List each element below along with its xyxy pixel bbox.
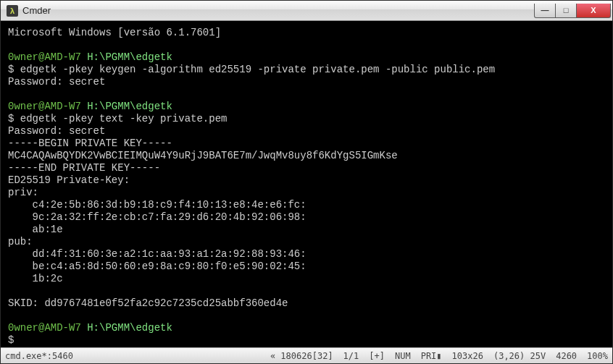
terminal-output[interactable]: Microsoft Windows [versão 6.1.7601] 0wne… — [1, 21, 612, 347]
status-seg: 4260 — [556, 351, 577, 361]
close-button[interactable]: X — [576, 4, 611, 18]
out-line: Password: secret — [8, 125, 105, 137]
maximize-button[interactable]: □ — [555, 4, 577, 18]
window-title: Cmder — [22, 5, 534, 16]
out-line: ED25519 Private-Key: — [8, 174, 130, 186]
out-line — [8, 88, 14, 100]
status-seg: PRI▮ — [421, 351, 442, 361]
prompt-path: H:\PGMM\edgetk — [87, 51, 172, 63]
out-line: -----BEGIN PRIVATE KEY----- — [8, 137, 172, 149]
out-line — [8, 310, 14, 321]
status-numlock: NUM — [395, 351, 411, 361]
out-line: Microsoft Windows [versão 6.1.7601] — [8, 27, 221, 38]
prompt-path: H:\PGMM\edgetk — [87, 101, 172, 112]
out-line: -----END PRIVATE KEY----- — [8, 162, 160, 174]
command-line: $ edgetk -pkey keygen -algorithm ed25519… — [8, 64, 495, 75]
prompt-user: 0wner@AMD-W7 — [8, 322, 87, 334]
status-zoom: 100% — [587, 351, 608, 361]
out-line: 1b:2c — [8, 273, 63, 284]
status-seg: 1/1 — [343, 351, 359, 361]
status-cursor: (3,26) 25V — [493, 351, 546, 361]
window-buttons: — □ X — [534, 4, 611, 18]
out-line: dd:4f:31:60:3e:a2:1c:aa:93:a1:2a:92:88:9… — [8, 248, 306, 260]
out-line: 9c:2a:32:ff:2e:cb:c7:fa:29:d6:20:4b:92:0… — [8, 211, 306, 223]
out-line: c4:2e:5b:86:3d:b9:18:c9:f4:10:13:e8:4e:e… — [8, 199, 306, 211]
app-window: λ Cmder — □ X Microsoft Windows [versão … — [0, 0, 613, 364]
status-seg: « 180626[32] — [270, 351, 333, 361]
prompt-path: H:\PGMM\edgetk — [87, 322, 172, 334]
prompt-user: 0wner@AMD-W7 — [8, 101, 87, 112]
out-line — [8, 285, 14, 297]
out-line: pub: — [8, 236, 33, 247]
out-line: ab:1e — [8, 224, 63, 235]
status-bar: cmd.exe*:5460 « 180626[32] 1/1 [+] NUM P… — [1, 347, 612, 363]
status-process[interactable]: cmd.exe*:5460 — [5, 351, 260, 361]
titlebar[interactable]: λ Cmder — □ X — [1, 1, 612, 21]
app-icon: λ — [7, 5, 18, 17]
status-seg[interactable]: [+] — [369, 351, 385, 361]
command-line: $ — [8, 334, 14, 346]
status-size: 103x26 — [452, 351, 483, 361]
minimize-button[interactable]: — — [534, 4, 556, 18]
out-line: priv: — [8, 187, 38, 198]
command-line: $ edgetk -pkey text -key private.pem — [8, 113, 227, 124]
out-line: MC4CAQAwBQYDK2VwBCIEIMQuW4Y9uRjJ9BAT6E7m… — [8, 150, 398, 161]
out-line: Password: secret — [8, 76, 105, 88]
out-line: SKID: dd9767481e0f52fa2c92c7235cd25abbf3… — [8, 297, 288, 309]
out-line — [8, 39, 14, 51]
prompt-user: 0wner@AMD-W7 — [8, 51, 87, 63]
out-line: be:c4:a5:8d:50:60:e9:8a:c9:80:f0:e5:90:0… — [8, 261, 306, 272]
